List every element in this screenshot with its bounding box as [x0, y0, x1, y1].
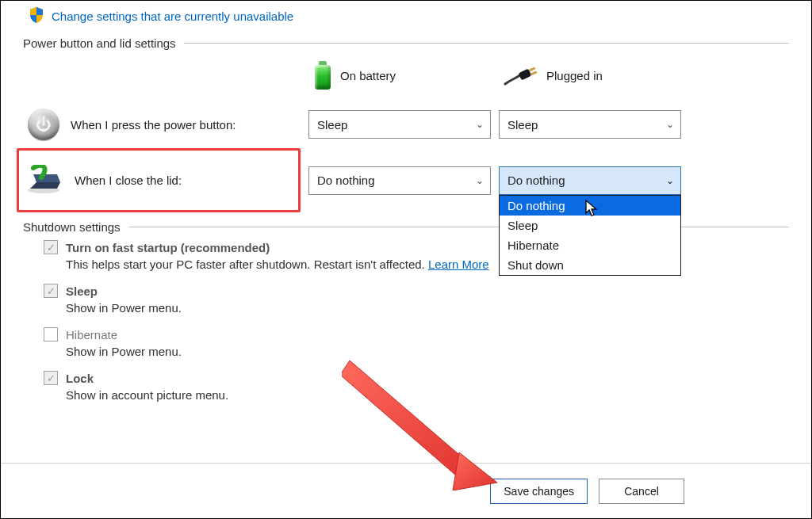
checkbox-hibernate[interactable] [44, 327, 58, 342]
select-value: Sleep [508, 118, 538, 132]
section-title-power-button: Power button and lid settings [23, 36, 176, 50]
battery-icon [313, 61, 332, 90]
desc-lock: Show in account picture menu. [66, 388, 789, 402]
select-close-lid-plugged[interactable]: Do nothing ⌄ Do nothing Sleep Hibernate … [499, 166, 681, 195]
row-label-power-button: When I press the power button: [71, 118, 236, 132]
col-header-battery: On battery [340, 69, 396, 82]
svg-rect-1 [529, 67, 536, 71]
checkbox-lock[interactable]: ✓ [44, 371, 58, 385]
dropdown-option-sleep[interactable]: Sleep [500, 216, 680, 235]
desc-fast-startup: This helps start your PC faster after sh… [66, 258, 425, 271]
row-close-lid-highlight-box: When I close the lid: [17, 148, 301, 212]
select-power-button-battery[interactable]: Sleep ⌄ [308, 110, 491, 139]
section-rule [184, 43, 789, 44]
checkbox-sleep[interactable]: ✓ [44, 284, 58, 298]
select-value: Do nothing [508, 174, 565, 187]
select-power-button-plugged[interactable]: Sleep ⌄ [499, 110, 681, 139]
dropdown-close-lid-plugged: Do nothing Sleep Hibernate Shut down [499, 195, 681, 276]
select-value: Do nothing [317, 174, 375, 187]
footer-bar: Save changes Cancel [1, 463, 811, 518]
label-lock: Lock [66, 372, 94, 385]
change-unavailable-settings-link[interactable]: Change settings that are currently unava… [52, 10, 293, 23]
chevron-down-icon: ⌄ [476, 175, 484, 186]
desc-sleep: Show in Power menu. [66, 301, 789, 315]
dropdown-option-do-nothing[interactable]: Do nothing [500, 196, 680, 216]
label-hibernate: Hibernate [66, 328, 117, 342]
learn-more-link[interactable]: Learn More [428, 258, 489, 271]
label-sleep: Sleep [66, 284, 98, 298]
save-changes-button[interactable]: Save changes [490, 479, 588, 504]
dropdown-option-shut-down[interactable]: Shut down [500, 255, 680, 275]
row-label-close-lid: When I close the lid: [75, 174, 182, 187]
select-value: Sleep [317, 118, 347, 132]
power-button-icon: ⏻ [28, 109, 59, 140]
chevron-down-icon: ⌄ [476, 119, 484, 130]
section-title-shutdown: Shutdown settings [23, 220, 121, 234]
svg-rect-2 [530, 71, 538, 75]
select-close-lid-battery[interactable]: Do nothing ⌄ [308, 166, 491, 195]
cancel-button[interactable]: Cancel [599, 479, 684, 504]
chevron-down-icon: ⌄ [666, 175, 674, 186]
dropdown-option-hibernate[interactable]: Hibernate [500, 235, 680, 255]
shield-icon [29, 7, 44, 25]
section-rule [128, 227, 789, 227]
checkbox-fast-startup[interactable]: ✓ [44, 240, 58, 254]
plug-icon [504, 63, 538, 88]
laptop-lid-icon [25, 165, 63, 196]
label-fast-startup: Turn on fast startup (recommended) [66, 241, 270, 254]
chevron-down-icon: ⌄ [666, 119, 674, 130]
desc-hibernate: Show in Power menu. [66, 345, 789, 358]
col-header-plugged: Plugged in [546, 69, 603, 82]
